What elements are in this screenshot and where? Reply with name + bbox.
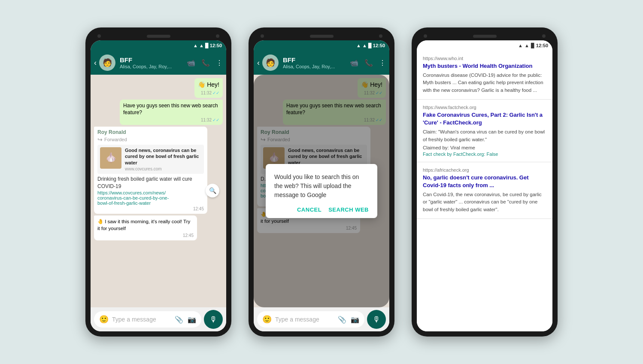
mic-button[interactable]: 🎙 — [367, 310, 386, 329]
signal-icon: ▲ — [199, 43, 204, 48]
result-snippet: Can Covid-19, the new coronavirus, be cu… — [423, 191, 546, 213]
forwarded-label: ↪ Forwarded — [97, 136, 204, 143]
message-bubble: 👋 Hey! 11:32✓✓ — [194, 78, 223, 98]
message-time: 11:32 — [201, 90, 212, 96]
emoji-icon[interactable]: 🙂 — [262, 315, 272, 324]
fact-check-label[interactable]: Fact check by FactCheck.org: False — [423, 152, 546, 157]
group-name: BFF — [120, 56, 184, 64]
result-url: https://www.who.int — [423, 56, 546, 61]
dialog-actions: CANCEL SEARCH WEB — [274, 206, 369, 213]
result-title[interactable]: Fake Coronavirus Cures, Part 2: Garlic I… — [423, 111, 546, 127]
cancel-button[interactable]: CANCEL — [297, 206, 322, 213]
battery-icon: ▉ — [368, 43, 372, 49]
mic-icon: 🎙 — [209, 315, 217, 324]
search-icon: 🔍 — [209, 187, 216, 194]
emoji-icon[interactable]: 🙂 — [99, 315, 109, 324]
message-bubble: Have you guys seen this new web search f… — [120, 100, 223, 125]
avatar: 🧑 — [262, 55, 279, 71]
chat-header: ‹ 🧑 BFF Alisa, Coops, Jay, Roy,... 📹 📞 ⋮ — [91, 51, 226, 75]
forwarded-message-row: Roy Ronald ↪ Forwarded 🧄 Good news, coro… — [94, 127, 223, 213]
mic-button[interactable]: 🎙 — [204, 310, 223, 329]
camera-dot-right — [542, 34, 546, 38]
message-input-box[interactable]: 🙂 Type a message 📎 📷 — [94, 311, 201, 328]
message-input[interactable]: Type a message — [112, 316, 171, 323]
message-row: 👋 Hey! 11:32✓✓ — [94, 78, 223, 98]
chat-area: 👋 Hey! 11:32✓✓ Have you guys seen this n… — [91, 75, 226, 307]
speaker-notch — [147, 35, 170, 38]
camera-icon[interactable]: 📷 — [188, 315, 196, 324]
result-url: https://africacheck.org — [423, 167, 546, 173]
speaker-notch — [473, 35, 497, 38]
link-thumbnail: 🧄 — [100, 147, 121, 169]
status-time: 12:50 — [536, 43, 548, 48]
group-name: BFF — [283, 56, 347, 64]
forwarded-bubble: Roy Ronald ↪ Forwarded 🧄 Good news, coro… — [94, 127, 207, 213]
battery-icon: ▉ — [205, 43, 209, 49]
message-text: 👋 Hey! — [198, 81, 219, 88]
message-row: 🤚 I saw it this morning, it's really coo… — [94, 215, 223, 240]
message-time: 11:32 — [201, 117, 212, 123]
phone-3: ▲ ▲ ▉ 12:50 https://www.who.int Myth bus… — [412, 27, 558, 337]
attach-icon[interactable]: 📎 — [338, 315, 346, 324]
input-bar: 🙂 Type a message 📎 📷 🎙 — [254, 307, 389, 331]
result-title[interactable]: Myth busters - World Health Organization — [423, 62, 546, 70]
battery-icon: ▉ — [531, 43, 534, 49]
back-icon[interactable]: ‹ — [94, 58, 97, 67]
voice-call-icon[interactable]: 📞 — [364, 59, 373, 67]
message-ticks: ✓✓ — [212, 90, 219, 96]
camera-dot-left — [97, 34, 101, 38]
message-time: 12:45 — [183, 233, 194, 239]
signal-icon: ▲ — [362, 43, 367, 48]
signal-icon: ▲ — [525, 43, 529, 48]
search-results-screen: https://www.who.int Myth busters - World… — [417, 51, 552, 331]
status-bar: ▲ ▲ ▉ 12:50 — [417, 40, 552, 51]
result-title[interactable]: No, garlic doesn't cure coronavirus. Get… — [423, 174, 546, 189]
search-dialog-overlay: Would you like to search this on the web… — [254, 75, 389, 307]
voice-call-icon[interactable]: 📞 — [201, 59, 210, 67]
status-bar: ▲ ▲ ▉ 12:50 — [254, 40, 389, 51]
wifi-icon: ▲ — [518, 43, 523, 48]
message-link[interactable]: https://www.covcures.com/news/coronaviru… — [97, 190, 204, 206]
search-web-fab[interactable]: 🔍 — [206, 184, 219, 197]
group-members: Alisa, Coops, Jay, Roy,... — [283, 64, 347, 69]
status-time: 12:50 — [373, 43, 385, 48]
video-call-icon[interactable]: 📹 — [187, 59, 195, 67]
wifi-icon: ▲ — [193, 43, 198, 48]
dialog-text: Would you like to search this on the web… — [274, 173, 369, 200]
input-bar: 🙂 Type a message 📎 📷 🎙 — [91, 307, 226, 331]
contact-info: BFF Alisa, Coops, Jay, Roy,... — [283, 56, 347, 69]
search-result-item: https://africacheck.org No, garlic doesn… — [417, 162, 552, 219]
search-web-button[interactable]: SEARCH WEB — [328, 206, 369, 213]
status-time: 12:50 — [210, 43, 222, 48]
camera-dot-left — [424, 34, 427, 38]
message-text: 🤚 I saw it this morning, it's really coo… — [97, 219, 190, 231]
video-call-icon[interactable]: 📹 — [350, 59, 358, 67]
chat-area: 👋 Hey! 11:32✓✓ Have you guys seen this n… — [254, 75, 389, 307]
camera-icon[interactable]: 📷 — [351, 315, 359, 324]
search-result-item: https://www.who.int Myth busters - World… — [417, 51, 552, 100]
link-domain: www.covcures.com — [125, 167, 201, 171]
camera-dot-right — [216, 34, 219, 38]
more-options-icon[interactable]: ⋮ — [379, 59, 386, 67]
camera-dot-left — [261, 34, 264, 38]
attach-icon[interactable]: 📎 — [175, 315, 183, 324]
message-input[interactable]: Type a message — [275, 316, 334, 323]
avatar: 🧑 — [99, 55, 115, 71]
link-preview: 🧄 Good news, coronavirus can be cured by… — [97, 145, 204, 174]
back-icon[interactable]: ‹ — [257, 58, 260, 67]
search-dialog: Would you like to search this on the web… — [266, 164, 377, 218]
link-title: Good news, coronavirus can be cured by o… — [125, 147, 201, 166]
phone-2: ▲ ▲ ▉ 12:50 ‹ 🧑 BFF Alisa, Coops, Jay, R… — [249, 27, 394, 337]
result-snippet: Coronavirus disease (COVID-19) advice fo… — [423, 72, 546, 94]
search-result-item: https://www.factcheck.org Fake Coronavir… — [417, 100, 552, 162]
speaker-notch — [310, 35, 334, 38]
message-input-box[interactable]: 🙂 Type a message 📎 📷 — [257, 311, 364, 328]
phone-1: ▲ ▲ ▉ 12:50 ‹ 🧑 BFF Alisa, Coops, Jay, R… — [85, 27, 231, 337]
message-text: Have you guys seen this new web search f… — [123, 103, 218, 116]
contact-info: BFF Alisa, Coops, Jay, Roy,... — [120, 56, 184, 69]
message-bubble: 🤚 I saw it this morning, it's really coo… — [94, 215, 197, 240]
more-options-icon[interactable]: ⋮ — [216, 59, 223, 67]
status-bar: ▲ ▲ ▉ 12:50 — [91, 40, 226, 51]
message-body: Drinking fresh boiled garlic water will … — [97, 176, 204, 190]
claimed-by: Claimed by: Viral meme — [423, 145, 546, 150]
